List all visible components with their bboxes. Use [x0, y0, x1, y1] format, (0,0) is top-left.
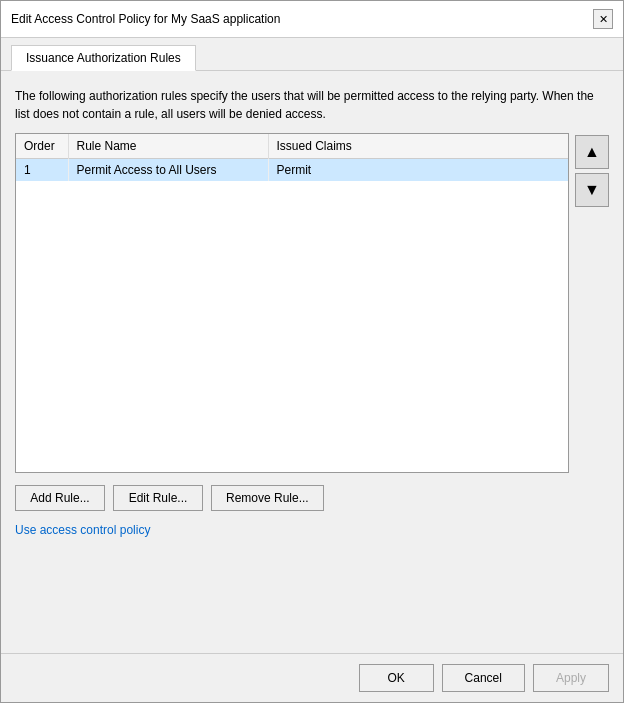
cell-order: 1 [16, 159, 68, 182]
rules-table-container: Order Rule Name Issued Claims 1 Permit A… [15, 133, 569, 473]
down-arrow-icon: ▼ [584, 181, 600, 199]
col-header-rulename: Rule Name [68, 134, 268, 159]
rules-table: Order Rule Name Issued Claims 1 Permit A… [16, 134, 568, 181]
dialog-title: Edit Access Control Policy for My SaaS a… [11, 12, 280, 26]
tab-issuance-authorization-rules[interactable]: Issuance Authorization Rules [11, 45, 196, 71]
use-access-control-policy-link[interactable]: Use access control policy [15, 523, 609, 537]
add-rule-button[interactable]: Add Rule... [15, 485, 105, 511]
close-button[interactable]: ✕ [593, 9, 613, 29]
dialog: Edit Access Control Policy for My SaaS a… [0, 0, 624, 703]
cell-rulename: Permit Access to All Users [68, 159, 268, 182]
col-header-claims: Issued Claims [268, 134, 568, 159]
cell-claims: Permit [268, 159, 568, 182]
tab-bar: Issuance Authorization Rules [1, 38, 623, 71]
move-down-button[interactable]: ▼ [575, 173, 609, 207]
description-text: The following authorization rules specif… [15, 87, 609, 123]
footer: OK Cancel Apply [1, 653, 623, 702]
remove-rule-button[interactable]: Remove Rule... [211, 485, 324, 511]
cancel-button[interactable]: Cancel [442, 664, 525, 692]
side-buttons: ▲ ▼ [575, 133, 609, 473]
table-row[interactable]: 1 Permit Access to All Users Permit [16, 159, 568, 182]
apply-button[interactable]: Apply [533, 664, 609, 692]
content-area: The following authorization rules specif… [1, 71, 623, 653]
title-bar: Edit Access Control Policy for My SaaS a… [1, 1, 623, 38]
rule-buttons-row: Add Rule... Edit Rule... Remove Rule... [15, 485, 609, 511]
ok-button[interactable]: OK [359, 664, 434, 692]
edit-rule-button[interactable]: Edit Rule... [113, 485, 203, 511]
table-wrapper: Order Rule Name Issued Claims 1 Permit A… [15, 133, 609, 473]
up-arrow-icon: ▲ [584, 143, 600, 161]
move-up-button[interactable]: ▲ [575, 135, 609, 169]
col-header-order: Order [16, 134, 68, 159]
